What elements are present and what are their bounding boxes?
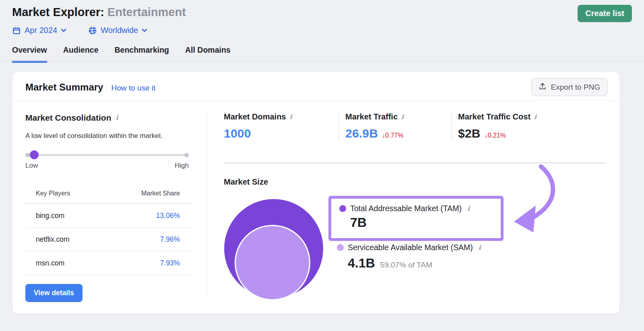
sam-share-of-tam: 59.07% of TAM [380, 261, 432, 269]
consolidation-slider [25, 150, 189, 159]
table-row: netflix.com 7.96% [25, 228, 193, 251]
domain-cell: msn.com [36, 259, 64, 267]
stat-value: $2B [458, 127, 481, 140]
page-title-prefix: Market Explorer: [12, 6, 104, 19]
date-filter-label: Apr 2024 [25, 26, 57, 35]
stat-value: 1000 [224, 127, 251, 140]
view-details-button[interactable]: View details [25, 284, 83, 302]
market-consolidation-section: Market Consolidation i A low level of co… [25, 113, 205, 302]
share-cell[interactable]: 13.06% [156, 212, 180, 220]
slider-low-label: Low [25, 162, 38, 170]
column-divider [207, 111, 207, 298]
market-consolidation-title: Market Consolidation [25, 113, 111, 123]
stats-divider [224, 162, 606, 163]
share-cell[interactable]: 7.93% [160, 259, 180, 267]
info-icon[interactable]: i [116, 115, 118, 121]
info-icon[interactable]: i [479, 245, 481, 251]
slider-handle [30, 150, 39, 159]
card-title: Market Summary [25, 82, 103, 93]
page-title-entity: Entertainment [107, 6, 186, 19]
table-row: bing.com 13.06% [25, 204, 193, 228]
tam-label: Total Addressable Market (TAM) [350, 204, 462, 213]
domain-cell: netflix.com [36, 235, 70, 244]
slider-right-endpoint [184, 153, 189, 157]
header-divider [0, 61, 644, 62]
info-icon[interactable]: i [534, 114, 537, 120]
region-filter[interactable]: Worldwide [88, 26, 147, 35]
chevron-down-icon [142, 29, 147, 32]
market-stats: Market Domains i 1000 Market Traffic i 2… [224, 112, 604, 140]
key-players-header: Key Players [36, 190, 70, 197]
sam-circle [235, 225, 310, 300]
domain-cell: bing.com [36, 212, 64, 220]
stat-value: 26.9B [345, 127, 378, 140]
chevron-down-icon [61, 29, 66, 32]
region-filter-label: Worldwide [101, 26, 138, 35]
calendar-icon [12, 26, 21, 35]
sam-value: 4.1B [348, 256, 375, 271]
stat-label: Market Traffic [345, 112, 398, 121]
globe-icon [88, 26, 97, 35]
export-to-png-button[interactable]: Export to PNG [531, 78, 608, 96]
tam-legend-bullet [339, 205, 346, 212]
stat-market-traffic-cost: Market Traffic Cost i $2B ↓0.21% [451, 112, 604, 140]
market-share-header: Market Share [141, 190, 180, 197]
market-explorer-page: Market Explorer:Entertainment Create lis… [0, 0, 644, 331]
share-cell[interactable]: 7.96% [160, 235, 180, 244]
export-button-label: Export to PNG [551, 83, 601, 92]
tam-highlight-box: Total Addressable Market (TAM) i 7B [328, 196, 504, 241]
tam-value: 7B [350, 215, 493, 230]
page-title: Market Explorer:Entertainment [12, 6, 186, 19]
stat-label: Market Domains [224, 112, 286, 121]
filter-bar: Apr 2024 Worldwide [12, 26, 147, 35]
date-filter[interactable]: Apr 2024 [12, 26, 66, 35]
market-size-title: Market Size [224, 177, 268, 187]
market-summary-card: Market Summary How to use it Export to P… [12, 72, 620, 314]
tab-audience[interactable]: Audience [63, 45, 99, 63]
tab-all-domains[interactable]: All Domains [185, 45, 231, 63]
tab-bar: Overview Audience Benchmarking All Domai… [12, 45, 231, 63]
create-list-button[interactable]: Create list [578, 5, 632, 22]
slider-left-endpoint [25, 153, 30, 157]
sam-legend-bullet [337, 244, 344, 251]
info-icon[interactable]: i [290, 114, 292, 120]
stat-label: Market Traffic Cost [458, 112, 530, 121]
upload-icon [539, 82, 547, 92]
key-players-table: Key Players Market Share bing.com 13.06%… [25, 190, 193, 275]
stat-market-domains: Market Domains i 1000 [224, 112, 339, 140]
info-icon[interactable]: i [401, 114, 404, 120]
stat-change-negative: ↓0.21% [485, 132, 506, 139]
slider-track [25, 154, 189, 156]
card-header-divider [12, 101, 619, 101]
sam-label: Serviceable Available Market (SAM) [348, 243, 473, 252]
how-to-use-link[interactable]: How to use it [111, 84, 155, 93]
table-row: msn.com 7.93% [25, 251, 193, 275]
stat-change-negative: ↓0.77% [382, 132, 403, 139]
tab-overview[interactable]: Overview [12, 45, 47, 63]
info-icon[interactable]: i [467, 206, 470, 212]
stat-market-traffic: Market Traffic i 26.9B ↓0.77% [339, 112, 451, 140]
sam-legend: Serviceable Available Market (SAM) i 4.1… [337, 243, 481, 271]
slider-high-label: High [175, 162, 189, 170]
tab-benchmarking[interactable]: Benchmarking [115, 45, 169, 63]
consolidation-description: A low level of consolidation within the … [25, 132, 205, 140]
annotation-arrow [508, 162, 588, 243]
